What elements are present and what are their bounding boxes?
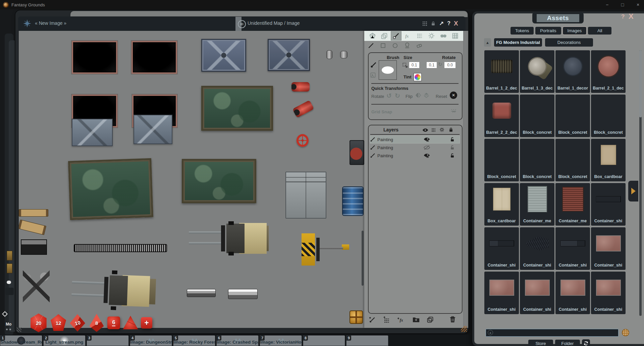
dice-tool-icon[interactable] (367, 31, 378, 41)
dashed-grid-icon[interactable] (431, 128, 436, 132)
add-paint-layer-icon[interactable] (369, 316, 376, 323)
asset-item[interactable]: Box_cardboar (484, 183, 519, 226)
assets-scrollbar-thumb[interactable] (639, 50, 642, 117)
tab-all[interactable]: All (588, 27, 611, 35)
unlocked-icon[interactable] (450, 153, 455, 158)
asset-item[interactable]: Container_shi (484, 272, 519, 314)
asset-item[interactable]: Container_shi (555, 227, 590, 270)
brush-size-y-input[interactable] (427, 62, 437, 68)
freehand-tool-icon[interactable] (368, 42, 374, 49)
resize-handle[interactable] (17, 327, 21, 332)
hotbar-slot[interactable]: 5 Image: Rocky Fores (173, 335, 215, 346)
map-object-concrete-slab[interactable] (285, 172, 326, 219)
hotbar-slot[interactable]: 4 Image: DungeonStr (130, 335, 172, 346)
refresh-button[interactable] (582, 339, 590, 346)
hotbar-slot[interactable]: 8 (303, 335, 345, 346)
layer-row[interactable]: Painting (370, 143, 460, 152)
assets-close-icon[interactable]: X (629, 12, 634, 21)
die[interactable]: + (141, 317, 152, 329)
hotbar-slot[interactable]: 6 Image: Crashed Spa (216, 335, 259, 346)
hotbar-slot[interactable]: 2 Light_stream.png (43, 335, 86, 346)
player-visible-icon[interactable] (424, 137, 430, 142)
lock-icon[interactable] (448, 127, 453, 132)
canvas-scrollbar[interactable] (362, 231, 364, 286)
map-object-open-dumpster[interactable] (182, 159, 256, 203)
die[interactable]: 6 (107, 316, 120, 329)
map-object-dumpster[interactable] (72, 41, 117, 74)
map-object-open-dumpster[interactable] (68, 158, 153, 220)
reset-transforms-button[interactable]: ✕ (450, 92, 457, 99)
layer-row[interactable]: Painting (370, 152, 460, 160)
asset-item[interactable]: Barrel_1_3_dec (520, 50, 554, 93)
asset-item[interactable]: Container_shi (520, 272, 554, 314)
maximize-button[interactable]: □ (619, 2, 626, 7)
hotbar-slot[interactable]: 1 Shadow_stream_Ro (0, 335, 42, 346)
asset-item[interactable]: Block_concret (520, 139, 554, 181)
map-object-fire-extinguisher[interactable] (291, 82, 310, 92)
asset-item[interactable]: Box_cardboar (591, 139, 626, 181)
store-button[interactable]: Store (528, 340, 553, 346)
brush-mode-icon[interactable] (370, 62, 377, 68)
unlocked-icon-dim[interactable] (450, 145, 455, 150)
asset-item[interactable]: Container_shi (555, 272, 590, 314)
decorations-folder-button[interactable]: Decorations (545, 38, 593, 47)
stamp-tool-icon[interactable] (404, 42, 411, 49)
rectangle-tool-icon[interactable] (380, 42, 386, 49)
tab-portraits[interactable]: Portraits (535, 27, 561, 35)
map-object-crossed-tools[interactable] (23, 270, 50, 302)
brush-rotate-input[interactable] (444, 62, 455, 68)
asset-item[interactable]: Container_me (520, 183, 554, 226)
asset-item[interactable]: Block_concret (520, 95, 554, 137)
targeting-crosshair-icon[interactable] (2, 311, 8, 317)
map-object-open-dumpster[interactable] (201, 86, 273, 131)
rotate-cw-icon[interactable]: ↻ (395, 92, 400, 100)
asset-item[interactable]: Container_shi (520, 227, 554, 270)
map-object-pump[interactable] (342, 186, 364, 216)
new-image-tab[interactable]: « New Image » (35, 20, 66, 26)
effects-tool-icon[interactable]: fx (402, 31, 413, 41)
hotbar-slot[interactable]: 3 (87, 335, 129, 346)
flip-horizontal-icon[interactable] (415, 92, 422, 98)
map-object-machine[interactable] (350, 140, 364, 165)
map-object-plank[interactable] (19, 209, 48, 217)
minimize-button[interactable]: − (604, 2, 610, 7)
map-object-container[interactable] (268, 39, 310, 71)
player-visible-icon[interactable] (424, 153, 430, 158)
asset-item[interactable]: Container_shi (484, 227, 519, 270)
asset-item[interactable]: Block_concret (555, 139, 590, 181)
add-effect-layer-icon[interactable]: fx (397, 316, 405, 323)
delete-layer-icon[interactable] (449, 316, 456, 323)
asset-item[interactable]: Barrel_2_2_dec (484, 95, 519, 137)
paint-tool-icon[interactable] (391, 31, 401, 41)
asset-item[interactable]: Barrel_2_1_dec (591, 50, 626, 93)
asset-grid-view-button[interactable] (622, 329, 629, 336)
map-object-container[interactable] (201, 39, 246, 72)
map-object-plank[interactable] (19, 220, 46, 235)
layer-row[interactable]: Painting (370, 135, 460, 143)
die[interactable] (122, 315, 139, 331)
asset-item[interactable]: Block_concret (484, 139, 519, 181)
add-folder-icon[interactable] (413, 316, 420, 323)
map-object-grate[interactable] (74, 244, 167, 252)
grid-tool-icon[interactable] (450, 31, 461, 41)
select-tool-icon[interactable] (414, 31, 425, 41)
map-object-pallet-stacker[interactable] (299, 231, 352, 268)
asset-item[interactable]: Block_concret (591, 95, 626, 137)
asset-item[interactable]: Container_shi (591, 183, 626, 226)
map-object-rail[interactable] (228, 289, 258, 299)
brush-preview[interactable] (379, 60, 397, 80)
folder-button[interactable]: Folder (555, 340, 580, 346)
annotation-dots-icon[interactable] (422, 21, 427, 26)
lightbulb-icon[interactable] (439, 127, 445, 133)
asset-item[interactable]: Block_concret (555, 95, 590, 137)
duplicate-layer-icon[interactable] (427, 316, 433, 323)
asset-item[interactable]: Container_shi (591, 227, 626, 270)
unlocked-icon[interactable] (450, 137, 455, 142)
help-icon[interactable]: ? (447, 20, 450, 26)
tab-images[interactable]: Images (563, 27, 587, 35)
die[interactable]: 10 (69, 314, 86, 332)
die[interactable]: 8 (88, 314, 105, 332)
map-object-dumpster[interactable] (131, 41, 177, 74)
panel-expander-tab[interactable] (628, 181, 638, 201)
flip-vertical-icon[interactable] (423, 92, 430, 98)
